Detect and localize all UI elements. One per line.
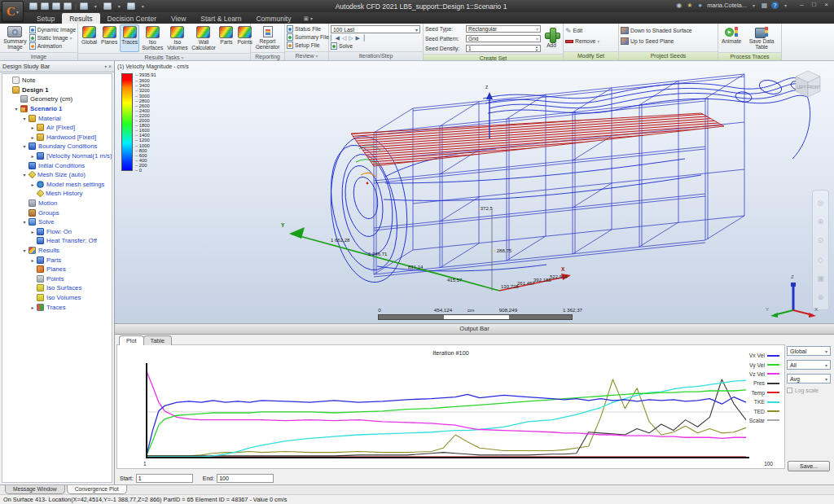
window-tool-icon[interactable] <box>127 2 135 10</box>
summary-file-button[interactable]: Summary File <box>287 33 329 41</box>
start-input[interactable] <box>136 474 193 483</box>
user-avatar-icon[interactable] <box>696 1 705 10</box>
prev-step-icon[interactable]: ◁ <box>342 35 346 42</box>
tree-item-results[interactable]: ▾Results <box>2 246 112 256</box>
status-file-button[interactable]: Status File <box>287 25 329 33</box>
collapsed-arrow-icon[interactable]: ▸ <box>29 134 36 140</box>
seed-density-input[interactable]: 1▲▼ <box>466 45 541 52</box>
store-cart-icon[interactable] <box>760 1 769 10</box>
collapsed-arrow-icon[interactable]: ▸ <box>29 229 36 234</box>
app-logo[interactable]: C <box>2 1 24 22</box>
help-icon[interactable] <box>770 1 779 10</box>
tree-item-heat-transfer-off[interactable]: Heat Transfer: Off <box>2 236 112 246</box>
next-step-icon[interactable]: ▷ <box>349 35 353 42</box>
planes-button[interactable]: Planes <box>99 24 119 52</box>
animate-button[interactable]: Animate <box>720 24 743 51</box>
edit-set-button[interactable]: Edit <box>565 27 599 34</box>
pin-icon[interactable]: ▪ <box>104 64 106 69</box>
steering-wheel-icon[interactable]: ◎ <box>818 199 824 207</box>
favorites-star-icon[interactable] <box>685 1 694 10</box>
tree-item-points[interactable]: Points <box>2 274 112 283</box>
up-to-seed-plane-button[interactable]: Up to Seed Plane <box>621 37 692 45</box>
tree-item-groups[interactable]: Groups <box>2 208 112 217</box>
tab-convergence-plot[interactable]: Convergence Plot <box>67 485 127 494</box>
tree-item-geometry-cm[interactable]: Geometry (cm) <box>2 94 112 104</box>
wall-calculator-button[interactable]: Wall Calculator <box>190 24 217 52</box>
solve-button[interactable]: Solve <box>331 42 420 50</box>
avg-select[interactable]: Avg <box>787 374 831 383</box>
tree-item-model-mesh-settings[interactable]: ▸Model mesh settings <box>2 180 112 190</box>
tree-item-boundary-conditions[interactable]: ▾Boundary Conditions <box>2 142 112 151</box>
collapsed-arrow-icon[interactable]: ▸ <box>29 305 36 310</box>
tree-item-solve[interactable]: ▾Solve <box>2 217 112 227</box>
save-all-icon[interactable] <box>64 2 72 10</box>
tab-table[interactable]: Table <box>143 335 172 345</box>
static-image-button[interactable]: Static Image <box>29 34 76 42</box>
dynamic-image-button[interactable]: Dynamic Image <box>29 26 76 33</box>
close-button[interactable] <box>821 1 832 10</box>
chevron-down-icon[interactable] <box>138 2 147 11</box>
view-tool-icon[interactable] <box>103 2 112 10</box>
expanded-arrow-icon[interactable]: ▾ <box>21 219 28 225</box>
animation-button[interactable]: Animation <box>29 42 76 50</box>
tree-item-hardwood-fixed[interactable]: ▸Hardwood [Fixed] <box>2 133 112 142</box>
new-file-icon[interactable] <box>29 2 37 10</box>
iteration-dropdown[interactable]: 100 Last <box>331 25 420 33</box>
parts-button[interactable]: Parts <box>217 24 235 52</box>
iso-volumes-button[interactable]: Iso Volumes <box>165 24 189 52</box>
pan-icon[interactable]: ⊕ <box>818 217 824 226</box>
orbit-icon[interactable]: ◇ <box>818 256 823 264</box>
chevron-down-icon[interactable] <box>749 1 758 10</box>
tree-item-scenario-1[interactable]: ▾Scenario 1 <box>2 104 112 114</box>
tree-item-parts[interactable]: ▸Parts <box>2 255 112 265</box>
search-icon[interactable] <box>674 1 683 10</box>
tree-item-mesh-size-auto[interactable]: ▾Mesh Size (auto) <box>2 170 112 180</box>
all-select[interactable]: All <box>787 360 831 370</box>
end-input[interactable] <box>217 474 274 483</box>
tab-decision-center[interactable]: Decision Center <box>100 13 164 24</box>
iso-surfaces-button[interactable]: Iso Surfaces <box>140 24 165 52</box>
save-plot-button[interactable]: Save... <box>788 461 830 471</box>
spinner-icon[interactable]: ▲▼ <box>535 46 538 52</box>
tree-item-mesh-history[interactable]: Mesh History <box>2 189 112 199</box>
tree-item-iso-surfaces[interactable]: Iso Surfaces <box>2 283 112 293</box>
tab-results[interactable]: Results <box>62 13 99 24</box>
global-button[interactable]: Global <box>80 24 99 52</box>
seed-type-select[interactable]: Rectangular <box>466 25 541 33</box>
expanded-arrow-icon[interactable]: ▾ <box>21 116 28 121</box>
collapsed-arrow-icon[interactable]: ▸ <box>29 257 36 263</box>
log-scale-option[interactable]: Log scale <box>787 388 832 393</box>
screencast-icon[interactable]: ▣ <box>298 14 318 24</box>
collapsed-arrow-icon[interactable]: ▸ <box>29 125 36 130</box>
chevron-down-icon[interactable] <box>91 2 100 11</box>
output-bar[interactable]: Output Bar <box>115 323 834 335</box>
minimize-button[interactable] <box>797 1 807 10</box>
tree-item-design-1[interactable]: Design 1 <box>2 85 112 95</box>
seed-pattern-select[interactable]: Grid <box>466 35 541 42</box>
seed-plane[interactable] <box>351 113 724 166</box>
tree-item-motion[interactable]: Motion <box>2 199 112 208</box>
restore-button[interactable] <box>809 1 819 10</box>
tab-community[interactable]: Community <box>248 13 298 24</box>
tree-item-flow-on[interactable]: ▸Flow: On <box>2 227 112 237</box>
tree-item-air-fixed[interactable]: ▸Air [Fixed] <box>2 123 112 133</box>
last-step-icon[interactable]: ▶▕ <box>356 35 365 42</box>
report-generator-button[interactable]: Report Generator <box>252 24 283 51</box>
open-file-icon[interactable] <box>41 2 49 10</box>
collapsed-arrow-icon[interactable]: ▸ <box>29 182 36 187</box>
chevron-down-icon[interactable] <box>115 2 124 11</box>
global-select[interactable]: Global <box>787 346 831 356</box>
down-to-shaded-surface-button[interactable]: Down to Shaded Surface <box>621 27 692 34</box>
zoom-icon[interactable]: ⊙ <box>818 236 824 244</box>
save-icon[interactable] <box>52 2 60 10</box>
close-panel-icon[interactable]: × <box>108 64 112 69</box>
tree-item-iso-volumes[interactable]: Iso Volumes <box>2 293 112 303</box>
tab-view[interactable]: View <box>164 13 193 24</box>
tab-setup[interactable]: Setup <box>29 13 62 24</box>
tree-item-traces[interactable]: ▸Traces <box>2 302 112 312</box>
chevron-down-icon[interactable] <box>182 55 184 60</box>
first-step-icon[interactable]: ▏◀ <box>331 35 340 42</box>
tab-start-learn[interactable]: Start & Learn <box>193 13 248 24</box>
user-name[interactable]: maria.Cotela... <box>707 2 747 9</box>
expanded-arrow-icon[interactable]: ▾ <box>21 143 28 149</box>
